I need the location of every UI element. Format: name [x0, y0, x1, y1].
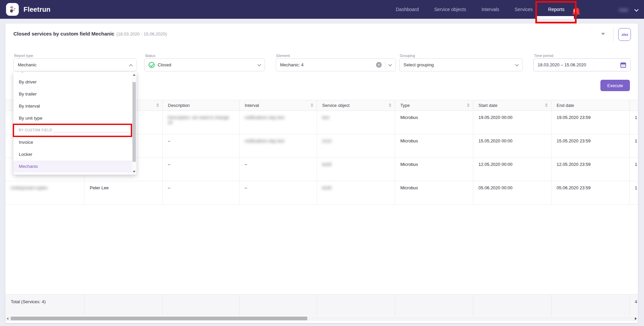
chevron-down-icon	[388, 62, 392, 66]
table-total-row: Total (Services: 4) 4 d	[5, 294, 638, 316]
report-type-options: By unit By driver By trailer By interval…	[13, 72, 132, 173]
report-title-row: Closed services by custom field Mechanic…	[5, 23, 638, 45]
blurred-cell: Undisposed copies	[5, 181, 84, 205]
title-divider	[613, 27, 613, 42]
element-select[interactable]: Mechanic: 4 ✕	[276, 58, 396, 71]
option-invoice[interactable]: Invoice	[13, 136, 132, 148]
report-card: Closed services by custom field Mechanic…	[5, 23, 638, 323]
option-locker[interactable]: Locker	[13, 148, 132, 160]
nav-service-objects[interactable]: Service objects	[434, 7, 466, 12]
app-screen: Fleetrun Dashboard Service objects Inter…	[0, 0, 644, 326]
sort-icon[interactable]	[156, 103, 159, 107]
col-start-date[interactable]: Start date	[473, 100, 551, 111]
scroll-right-arrow-icon[interactable]	[635, 317, 637, 320]
execute-button[interactable]: Execute	[600, 80, 630, 91]
option-by-unit[interactable]: By unit	[13, 72, 132, 76]
table-row[interactable]: Undisposed copies Peter Lee – – test5 Mi…	[5, 181, 638, 205]
status-closed-check-icon	[149, 62, 155, 68]
blurred-cell: Description: we need to change oil	[162, 111, 239, 134]
field-separator	[385, 61, 385, 69]
time-period-input[interactable]: 18.03.2020 – 15.06.2020	[533, 58, 631, 71]
nav-reports[interactable]: Reports	[548, 7, 565, 12]
blurred-cell: test	[317, 111, 395, 134]
horizontal-scrollbar[interactable]	[5, 316, 638, 321]
sort-icon[interactable]	[545, 103, 548, 107]
total-duration: 4 d	[629, 295, 638, 316]
sort-icon[interactable]	[389, 103, 391, 107]
time-period-label: Time period	[534, 54, 553, 58]
status-label: Status	[145, 54, 155, 58]
blurred-cell: notifications day test	[239, 111, 317, 134]
option-mechanic-selected[interactable]: Mechanic	[13, 160, 132, 173]
col-duration[interactable]	[629, 100, 638, 111]
report-type-value: Mechanic	[18, 62, 37, 67]
report-type-label: Report type	[14, 54, 33, 58]
col-service-object[interactable]: Service object	[317, 100, 395, 111]
status-value: Closed	[158, 62, 171, 67]
dropdown-scrollbar-thumb[interactable]	[132, 82, 136, 162]
total-label: Total (Services: 4)	[5, 295, 84, 316]
clear-element-icon[interactable]: ✕	[376, 62, 382, 68]
collapse-report-chevron-icon[interactable]	[601, 33, 605, 35]
col-interval[interactable]: Interval	[239, 100, 317, 111]
time-period-value: 18.03.2020 – 15.06.2020	[538, 62, 586, 67]
element-value: Mechanic: 4	[280, 62, 304, 67]
blurred-cell: notifications day test	[239, 134, 317, 158]
report-title: Closed services by custom field Mechanic…	[13, 31, 167, 37]
status-select[interactable]: Closed	[144, 58, 265, 71]
fleetrun-logo-icon[interactable]	[6, 3, 19, 16]
grouping-select[interactable]: Select grouping	[399, 58, 523, 71]
sort-icon[interactable]	[467, 103, 470, 107]
sort-icon[interactable]	[311, 103, 313, 107]
report-type-dropdown: By unit By driver By trailer By interval…	[13, 72, 137, 175]
top-navigation-bar: Fleetrun Dashboard Service objects Inter…	[0, 0, 644, 19]
option-by-trailer[interactable]: By trailer	[13, 88, 132, 100]
scroll-left-arrow-icon[interactable]	[7, 317, 8, 320]
scroll-down-arrow-icon[interactable]	[133, 171, 136, 173]
user-name[interactable]: User	[615, 5, 632, 14]
report-type-select[interactable]: Mechanic	[13, 58, 137, 71]
reports-active-underline	[537, 16, 574, 19]
col-end-date[interactable]: End date	[551, 100, 629, 111]
group-header-by-custom-field: BY CUSTOM FIELD	[13, 124, 132, 136]
chevron-down-icon	[515, 62, 519, 66]
brand-name: Fleetrun	[23, 0, 51, 19]
chevron-down-icon	[257, 62, 261, 66]
element-label: Element	[276, 54, 290, 58]
report-title-text: Closed services by custom field Mechanic	[13, 31, 114, 37]
chevron-up-icon	[129, 64, 132, 68]
option-by-unit-type[interactable]: By unit type	[13, 112, 132, 124]
nav-dashboard[interactable]: Dashboard	[396, 7, 419, 12]
calendar-icon	[620, 62, 626, 68]
nav-services[interactable]: Services	[515, 7, 533, 12]
grouping-label: Grouping	[400, 54, 415, 58]
export-xlsx-button[interactable]: .xlsx	[618, 28, 631, 41]
notification-count-badge: 16	[573, 9, 577, 13]
notification-bell-icon[interactable]: 16	[571, 7, 582, 18]
col-description[interactable]: Description	[162, 100, 239, 111]
scroll-up-arrow-icon[interactable]	[133, 74, 136, 76]
grouping-placeholder: Select grouping	[404, 62, 434, 67]
option-by-interval[interactable]: By interval	[13, 100, 132, 112]
dropdown-scrollbar[interactable]	[132, 72, 137, 175]
report-date-range: (18.03.2020 - 15.06.2020)	[116, 31, 167, 37]
blurred-cell: test4	[317, 134, 395, 158]
col-type[interactable]: Type	[395, 100, 473, 111]
option-by-driver[interactable]: By driver	[13, 76, 132, 88]
scrollbar-thumb[interactable]	[11, 317, 307, 320]
group-divider-line	[53, 132, 131, 132]
nav-intervals[interactable]: Intervals	[481, 7, 499, 12]
mechanic-mascot-icon	[8, 5, 17, 14]
blurred-cell: test5	[317, 181, 395, 205]
user-menu-chevron-down-icon[interactable]	[634, 7, 639, 12]
blurred-cell: test5	[317, 158, 395, 181]
